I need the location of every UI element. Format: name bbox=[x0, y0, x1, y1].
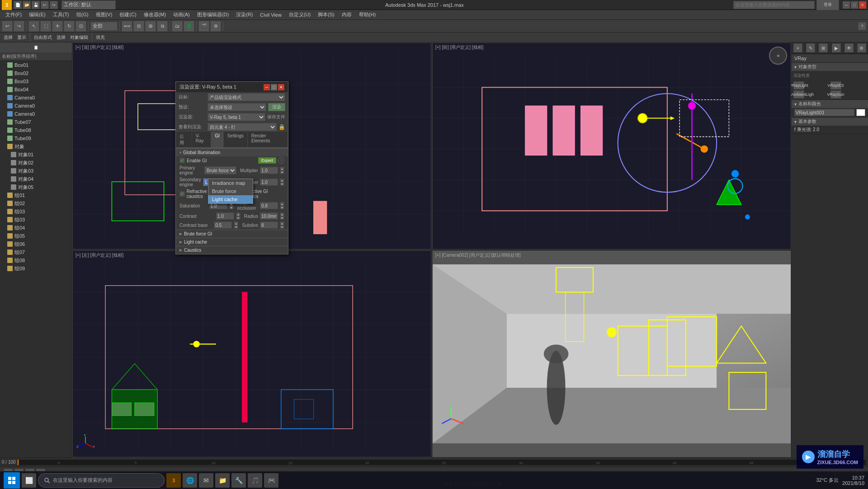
select-filter-dropdown[interactable]: 全部 bbox=[90, 22, 118, 31]
clone-btn[interactable]: ⧉ bbox=[157, 21, 168, 32]
subdivs-up-btn[interactable]: ▲ bbox=[280, 221, 284, 225]
taskbar-mail-icon[interactable]: ✉ bbox=[199, 473, 213, 488]
render-setup-btn[interactable]: ⚙ bbox=[210, 21, 221, 32]
primary-mult-down-btn[interactable]: ▼ bbox=[280, 170, 284, 174]
subdivs-down-btn[interactable]: ▼ bbox=[280, 225, 284, 229]
sidebar-item-grp03b[interactable]: 组03 bbox=[0, 216, 72, 224]
sidebar-item-grp04[interactable]: 组04 bbox=[0, 224, 72, 232]
viewport-bottom-left[interactable]: [+] [左] [用户定义] [线框] bbox=[72, 250, 431, 457]
sidebar-item-grp02[interactable]: 组02 bbox=[0, 199, 72, 207]
gi-help-icon[interactable]: ? bbox=[278, 157, 284, 164]
sidebar-item-obj02[interactable]: 对象02 bbox=[0, 159, 72, 167]
render-dialog-maximize-btn[interactable]: □ bbox=[271, 84, 277, 90]
start-btn[interactable] bbox=[4, 472, 20, 489]
taskbar-app1-icon[interactable]: 🔧 bbox=[231, 473, 246, 488]
sidebar-item-box04[interactable]: Box04 bbox=[0, 85, 72, 94]
timeline-track[interactable]: 0 5 10 15 20 25 30 35 40 45 50 bbox=[18, 460, 866, 465]
mirror-btn[interactable]: ⟺ bbox=[122, 21, 132, 32]
taskbar-app3-icon[interactable]: 🎮 bbox=[264, 473, 278, 488]
secondary-multiplier-input[interactable] bbox=[260, 179, 278, 186]
task-view-btn[interactable]: ⬜ bbox=[22, 473, 36, 488]
sidebar-item-grp07[interactable]: 组07 bbox=[0, 248, 72, 256]
secondary-engine-select[interactable]: Light cache bbox=[203, 178, 236, 186]
render-btn[interactable]: 🎬 bbox=[198, 21, 209, 32]
rp-display-btn[interactable]: 👁 bbox=[844, 43, 854, 52]
contrast-input[interactable] bbox=[216, 212, 234, 220]
expert-btn[interactable]: Expert bbox=[258, 157, 276, 164]
secondary-mult-down-btn[interactable]: ▼ bbox=[280, 182, 284, 186]
nav-widget-top-right[interactable]: ⊕ bbox=[769, 47, 787, 65]
sidebar-tab-scene[interactable]: 📋 bbox=[0, 42, 72, 52]
rp-util-btn[interactable]: ⚙ bbox=[857, 43, 866, 52]
close-btn[interactable]: ✕ bbox=[859, 1, 866, 9]
view-select[interactable]: 四元素 4 - 打 bbox=[208, 123, 277, 131]
sidebar-item-grp03a[interactable]: 组03 bbox=[0, 207, 72, 216]
amb-down-btn[interactable]: ▼ bbox=[280, 206, 284, 209]
render-dialog-minimize-btn[interactable]: ─ bbox=[264, 84, 270, 90]
amb-occlusion-input[interactable] bbox=[260, 202, 278, 209]
undo-btn[interactable]: ↩ bbox=[41, 1, 49, 9]
rp-hierarchy-btn[interactable]: ⊞ bbox=[819, 43, 828, 52]
rpanel-name-color-title[interactable]: ▾ 名称和颜色 bbox=[792, 100, 868, 108]
layer-btn[interactable]: 🗂 bbox=[172, 21, 183, 32]
render-dialog-close-btn[interactable]: ✕ bbox=[278, 84, 284, 90]
sidebar-item-camera0b[interactable]: Camera0 bbox=[0, 102, 72, 110]
open-btn[interactable]: 📂 bbox=[23, 1, 31, 9]
tab-vray[interactable]: V-Ray bbox=[192, 132, 211, 147]
secondary-mult-up-btn[interactable]: ▲ bbox=[280, 179, 284, 182]
primary-mult-up-btn[interactable]: ▲ bbox=[280, 167, 284, 170]
render-dialog-title[interactable]: 渲染设置: V-Ray 5, beta 1 ─ □ ✕ bbox=[176, 82, 288, 92]
menu-modifiers[interactable]: 修改器(M) bbox=[140, 10, 170, 19]
align-btn[interactable]: ⊟ bbox=[133, 21, 144, 32]
menu-view[interactable]: 视图(V) bbox=[92, 10, 116, 19]
subdivs-input[interactable] bbox=[260, 221, 278, 229]
menu-help[interactable]: 帮助(H) bbox=[355, 10, 379, 19]
sidebar-item-obj04[interactable]: 对象04 bbox=[0, 175, 72, 183]
menu-render[interactable]: 渲染(R) bbox=[232, 10, 256, 19]
sat-down-btn[interactable]: ▼ bbox=[229, 206, 234, 209]
caustics-header[interactable]: ▶ Caustics bbox=[176, 246, 288, 254]
vrayies-btn[interactable]: VRayIES bbox=[830, 81, 841, 89]
tb2-obj-edit[interactable]: 对象编辑 bbox=[68, 34, 90, 41]
enable-gi-checkbox[interactable] bbox=[179, 158, 185, 163]
menu-script[interactable]: 脚本(S) bbox=[314, 10, 338, 19]
sidebar-item-obj03[interactable]: 对象03 bbox=[0, 167, 72, 175]
sidebar-item-grp06[interactable]: 组06 bbox=[0, 240, 72, 248]
taskbar-3dsmax-icon[interactable]: 3 bbox=[166, 473, 181, 488]
sidebar-item-grp09[interactable]: 组09 bbox=[0, 264, 72, 273]
tb2-select[interactable]: 选择 bbox=[2, 34, 14, 41]
rpanel-object-type-title[interactable]: ▾ 对象类型 bbox=[792, 63, 868, 71]
color-swatch[interactable] bbox=[856, 109, 865, 116]
contrast-base-input[interactable] bbox=[214, 221, 232, 229]
menu-content[interactable]: 内容 bbox=[338, 10, 355, 19]
tab-gi[interactable]: GI bbox=[211, 132, 224, 147]
tab-settings[interactable]: Settings bbox=[224, 132, 248, 147]
login-btn[interactable]: 登录 bbox=[816, 0, 839, 10]
rotate-btn[interactable]: ↻ bbox=[64, 21, 75, 32]
rp-create-btn[interactable]: + bbox=[793, 43, 802, 52]
tb2-fill[interactable]: 填充 bbox=[94, 34, 107, 41]
sidebar-item-box01[interactable]: Box01 bbox=[0, 61, 72, 69]
menu-edit[interactable]: 编辑(E) bbox=[25, 10, 49, 19]
help-btn[interactable]: ? bbox=[858, 22, 866, 30]
maximize-btn[interactable]: □ bbox=[851, 1, 858, 9]
minimize-btn[interactable]: ─ bbox=[843, 1, 850, 9]
menu-customize[interactable]: 自定义(U) bbox=[285, 10, 314, 19]
render-btn[interactable]: 渲染 bbox=[268, 103, 285, 111]
menu-tools[interactable]: 工具(T) bbox=[49, 10, 73, 19]
lock-icon[interactable]: 🔒 bbox=[278, 124, 285, 130]
tab-common[interactable]: 公用 bbox=[176, 132, 192, 147]
saturation-input[interactable] bbox=[209, 202, 227, 209]
sidebar-item-box03[interactable]: Box03 bbox=[0, 77, 72, 85]
sidebar-item-grp08[interactable]: 组08 bbox=[0, 256, 72, 264]
workspace-dropdown[interactable]: 工作区: 默认 bbox=[61, 0, 116, 9]
sidebar-item-tube07[interactable]: Tube07 bbox=[0, 118, 72, 126]
radius-down-btn[interactable]: ▼ bbox=[280, 216, 284, 220]
cb-up-btn[interactable]: ▲ bbox=[234, 221, 238, 225]
sidebar-item-camera0a[interactable]: Camera0 bbox=[0, 94, 72, 102]
cb-down-btn[interactable]: ▼ bbox=[234, 225, 238, 229]
save-file-label[interactable]: 保存文件 bbox=[267, 114, 285, 120]
sat-up-btn[interactable]: ▲ bbox=[229, 202, 234, 206]
sidebar-item-camera0c[interactable]: Camera0 bbox=[0, 110, 72, 118]
contrast-down-btn[interactable]: ▼ bbox=[236, 216, 241, 220]
